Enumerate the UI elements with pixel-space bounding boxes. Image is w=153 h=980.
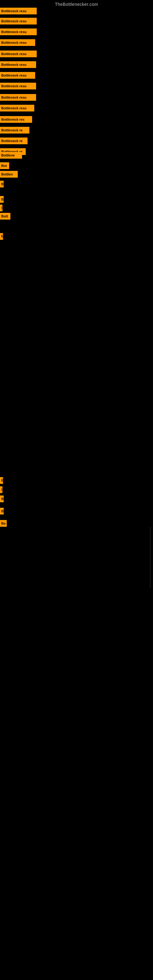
bar-label-22: E [0, 233, 3, 240]
bar-row-17: Bottlen [0, 171, 18, 179]
bar-row-15: Bottlene [0, 152, 22, 160]
bar-row-27: Bo [0, 520, 7, 528]
bar-label-7: Bottleneck resu [0, 72, 35, 79]
bar-label-8: Bottleneck resu [0, 83, 36, 89]
bar-row-22: E [0, 233, 3, 241]
site-title: TheBottlenecker.com [0, 0, 153, 8]
bar-row-25: B [0, 495, 4, 503]
bar-row-5: Bottleneck resu [0, 51, 37, 59]
bar-row-2: Bottleneck resu [0, 18, 37, 26]
bar-label-10: Bottleneck resu [0, 105, 34, 111]
bar-row-4: Bottleneck resu [0, 39, 35, 47]
bar-row-23: E [0, 477, 3, 485]
bar-label-6: Bottleneck resu [0, 61, 36, 68]
bar-label-12: Bottleneck re [0, 127, 29, 134]
bar-row-13: Bottleneck re [0, 137, 27, 145]
bar-row-1: Bottleneck resu [0, 8, 37, 16]
bar-label-17: Bottlen [0, 171, 18, 178]
bar-row-10: Bottleneck resu [0, 105, 34, 113]
bar-label-1: Bottleneck resu [0, 8, 37, 14]
bar-label-26: B [0, 508, 4, 514]
bar-label-21: Bott [0, 213, 10, 220]
bar-row-18: B [0, 181, 4, 189]
bar-row-19: B [0, 196, 4, 204]
bar-row-11: Bottleneck res [0, 116, 32, 124]
bar-label-23: E [0, 477, 3, 484]
bar-row-26: B [0, 508, 4, 516]
bar-label-16: Bot [0, 162, 9, 169]
bar-label-25: B [0, 495, 4, 502]
vertical-rule [150, 527, 151, 588]
bar-label-11: Bottleneck res [0, 116, 32, 123]
bar-row-24: | [0, 486, 2, 494]
bar-label-13: Bottleneck re [0, 137, 27, 144]
bar-label-5: Bottleneck resu [0, 51, 37, 57]
bar-row-20: | [0, 205, 2, 213]
bar-label-3: Bottleneck resu [0, 29, 37, 35]
bar-row-7: Bottleneck resu [0, 72, 35, 80]
bar-label-18: B [0, 181, 4, 188]
bar-row-16: Bot [0, 162, 9, 170]
bar-label-24: | [0, 486, 2, 493]
bar-row-12: Bottleneck re [0, 127, 29, 135]
bar-row-21: Bott [0, 213, 10, 221]
bar-label-2: Bottleneck resu [0, 18, 37, 24]
bar-label-19: B [0, 196, 4, 203]
bar-row-3: Bottleneck resu [0, 29, 37, 37]
bar-label-4: Bottleneck resu [0, 39, 35, 46]
bar-label-9: Bottleneck resu [0, 94, 36, 101]
bar-row-8: Bottleneck resu [0, 83, 36, 91]
bar-row-9: Bottleneck resu [0, 94, 36, 102]
bar-label-27: Bo [0, 520, 7, 527]
bar-row-6: Bottleneck resu [0, 61, 36, 69]
bar-label-15: Bottlene [0, 152, 22, 159]
bar-label-20: | [0, 205, 2, 211]
